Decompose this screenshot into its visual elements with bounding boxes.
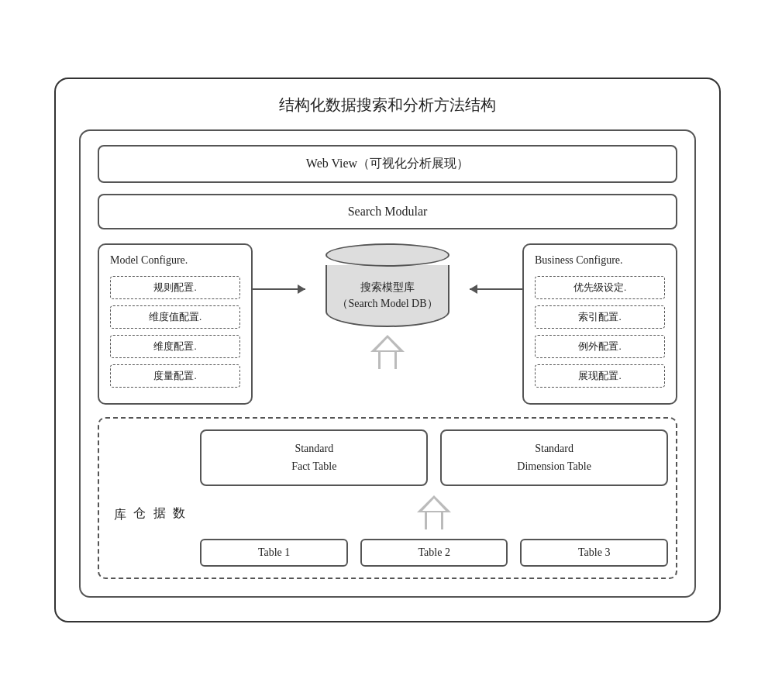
db-label: 搜索模型库 （Search Model DB）	[337, 279, 437, 312]
model-configure-title: Model Configure.	[110, 254, 240, 267]
business-item-3: 展现配置.	[535, 364, 665, 388]
arrow-shaft	[378, 352, 397, 369]
web-view-label: Web View（可视化分析展现）	[306, 157, 469, 170]
db-label2: （Search Model DB）	[337, 298, 437, 309]
standard-fact-table: StandardFact Table	[200, 429, 428, 486]
outer-container: 结构化数据搜索和分析方法结构 Web View（可视化分析展现） Search …	[54, 78, 721, 622]
up-arrow-db	[370, 335, 405, 369]
inner-arrow-shaft	[425, 512, 443, 529]
table-2: Table 2	[360, 539, 508, 567]
main-title: 结构化数据搜索和分析方法结构	[79, 95, 696, 116]
business-item-0: 优先级设定.	[535, 276, 665, 299]
web-view-box: Web View（可视化分析展现）	[98, 145, 677, 183]
model-item-0: 规则配置.	[110, 276, 240, 299]
db-label1: 搜索模型库	[360, 281, 415, 293]
table-1: Table 1	[200, 539, 348, 567]
inner-up-arrow	[200, 495, 668, 529]
inner-arrow-combined	[418, 495, 450, 529]
cylinder-body: 搜索模型库 （Search Model DB）	[326, 265, 450, 327]
table-3: Table 3	[520, 539, 668, 567]
model-configure-box: Model Configure. 规则配置. 维度值配置. 维度配置. 度量配置…	[98, 243, 253, 405]
middle-row: Model Configure. 规则配置. 维度值配置. 维度配置. 度量配置…	[98, 243, 677, 405]
db-cylinder: 搜索模型库 （Search Model DB）	[326, 243, 450, 327]
standard-tables-row: StandardFact Table StandardDimension Tab…	[200, 429, 668, 486]
dw-label-vertical: 数据仓库	[110, 429, 189, 567]
standard-dimension-table: StandardDimension Table	[440, 429, 668, 486]
search-modular-box: Search Modular	[98, 194, 677, 229]
arrow-head	[370, 335, 405, 352]
small-tables-row: Table 1 Table 2 Table 3	[200, 539, 668, 567]
model-item-2: 维度配置.	[110, 335, 240, 358]
dw-content: StandardFact Table StandardDimension Tab…	[200, 429, 668, 567]
center-column: 搜索模型库 （Search Model DB）	[253, 243, 522, 369]
cylinder-top	[326, 243, 450, 267]
data-warehouse-outer: 数据仓库 StandardFact Table StandardDimensio…	[98, 417, 677, 579]
model-item-1: 维度值配置.	[110, 305, 240, 329]
search-modular-label: Search Modular	[348, 205, 428, 218]
business-configure-title: Business Configure.	[535, 254, 665, 267]
inner-arrow-head	[417, 495, 451, 512]
business-item-2: 例外配置.	[535, 335, 665, 358]
model-item-3: 度量配置.	[110, 364, 240, 388]
business-item-1: 索引配置.	[535, 305, 665, 329]
business-configure-box: Business Configure. 优先级设定. 索引配置. 例外配置. 展…	[522, 243, 677, 405]
inner-container: Web View（可视化分析展现） Search Modular Model C…	[79, 129, 696, 598]
